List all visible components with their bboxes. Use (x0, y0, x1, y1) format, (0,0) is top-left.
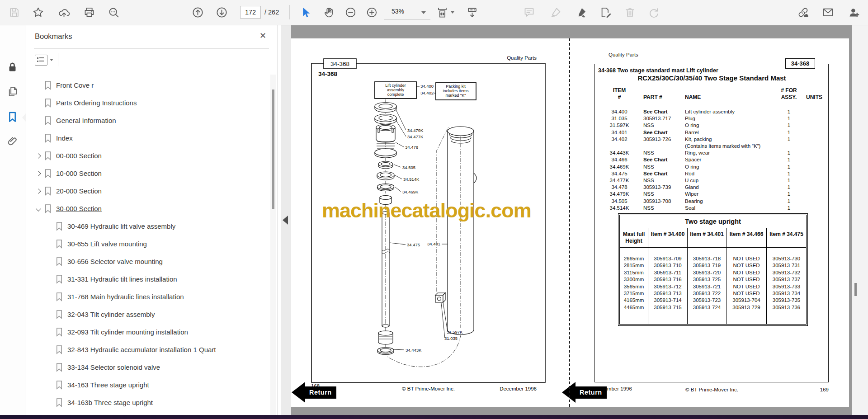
close-icon[interactable]: ✕ (259, 31, 266, 41)
bookmark-item[interactable]: 31-768 Main hydraulic lines installation (25, 288, 269, 306)
note-line: complete (387, 92, 404, 97)
bookmark-item[interactable]: 00-000 Section (25, 147, 269, 165)
search-icon[interactable] (108, 6, 120, 19)
attachments-icon[interactable] (6, 136, 19, 148)
zoom-level-dropdown[interactable]: 53% (384, 5, 430, 20)
fill-sign-pen-icon[interactable] (575, 6, 587, 19)
zoom-out-icon[interactable] (344, 6, 357, 19)
parts-cell: 34.443K (600, 150, 639, 156)
col-header-item: ITEM # (600, 87, 639, 101)
print-icon[interactable] (83, 6, 95, 19)
bookmark-item[interactable]: 32-043 Tilt cylinder assembly (25, 306, 269, 323)
parts-row: 34.400See ChartLift cylinder assembly1 (600, 108, 826, 115)
bookmark-label: 34-163 Three stage upright (67, 381, 149, 389)
parts-cell (775, 143, 802, 150)
bookmark-item[interactable]: 30-469 Hydraulic lift valve assembly (25, 217, 269, 235)
zoom-in-icon[interactable] (366, 6, 378, 19)
upload-cloud-icon[interactable] (58, 6, 70, 19)
parts-cell (802, 143, 826, 150)
share-link-icon[interactable] (797, 6, 809, 19)
bookmark-item[interactable]: 32-093 Tilt cylinder mounting installati… (25, 323, 269, 341)
pages-icon[interactable] (6, 85, 19, 98)
bookmark-item[interactable]: 34-163 Three stage upright (25, 376, 269, 394)
bookmark-options-icon[interactable] (35, 55, 47, 66)
chevron-down-icon[interactable] (50, 59, 53, 61)
save-icon[interactable] (8, 6, 20, 19)
bookmark-icon (55, 239, 63, 249)
bookmark-icon (55, 380, 63, 390)
delete-trash-icon[interactable] (624, 6, 636, 19)
parts-cell: 305913-726 (639, 136, 680, 143)
highlighter-icon[interactable] (550, 6, 562, 19)
options-divider (58, 53, 58, 66)
bookmark-item[interactable]: General Information (25, 112, 269, 129)
bookmark-item[interactable]: 10-000 Section (25, 165, 269, 182)
parts-cell: O ring (680, 122, 775, 129)
chevron-right-icon[interactable] (35, 152, 42, 160)
parts-cell: 34.478 (600, 184, 639, 191)
email-icon[interactable] (822, 6, 834, 19)
chevron-spacer (46, 329, 53, 336)
note-line: marked "K" (446, 93, 466, 98)
chevron-right-icon[interactable] (35, 188, 42, 195)
bookmarks-panel-icon[interactable] (6, 111, 19, 123)
select-tool-icon[interactable] (300, 6, 312, 19)
collapse-panel-icon[interactable] (283, 216, 288, 225)
return-button[interactable]: Return (562, 382, 607, 403)
return-button[interactable]: Return (292, 382, 336, 403)
scroll-mode-icon[interactable] (466, 6, 478, 19)
page-number-input[interactable]: 172 (240, 6, 261, 19)
lift-cylinder-diagram: Quality Parts 34-368 34-368 Lift cylinde… (292, 38, 570, 407)
bookmark-item[interactable]: 34-163b Three stage upright (25, 394, 269, 411)
bookmark-item[interactable]: Index (25, 129, 269, 147)
fit-options-caret-icon[interactable] (451, 11, 454, 14)
upright-cell: 305913-714 (648, 297, 687, 304)
bookmark-item[interactable]: 31-331 Hydraulic tilt lines installation (25, 270, 269, 288)
upright-cell: 2665mm (620, 255, 648, 262)
exploded-parts (375, 103, 396, 355)
document-scrollbar-thumb[interactable] (854, 283, 857, 296)
parts-cell: 34.466 (600, 156, 639, 163)
bookmark-icon (44, 204, 52, 213)
parts-cell: 1 (775, 205, 802, 212)
bookmark-item[interactable]: Parts Ordering Instructions (25, 94, 269, 112)
edit-page-icon[interactable] (599, 6, 612, 19)
parts-cell (802, 170, 826, 177)
chevron-spacer (46, 258, 53, 265)
corner-label: Quality Parts (507, 55, 537, 61)
upright-cell: NOT USED (726, 255, 766, 262)
upright-cell: 305913-735 (767, 297, 806, 304)
chevron-down-icon[interactable] (35, 205, 42, 212)
redo-icon[interactable] (647, 6, 660, 19)
fit-width-icon[interactable] (436, 6, 448, 19)
bookmark-item[interactable]: 32-843 Hydraulic accumulator installatio… (25, 341, 269, 358)
parts-cell (600, 143, 639, 150)
upright-cell: 4465mm (620, 304, 648, 311)
callout: 34.469K (402, 189, 419, 194)
callout: 34.478 (405, 145, 418, 150)
next-page-icon[interactable] (216, 6, 228, 19)
bookmark-item[interactable]: 33-134 Selector solenoid valve (25, 358, 269, 376)
bookmark-item[interactable]: 30-000 Section (25, 200, 269, 217)
parts-cell: Barrel (680, 129, 775, 136)
document-scrollbar[interactable] (852, 25, 868, 415)
chevron-spacer (35, 82, 42, 89)
bookmark-item[interactable]: 30-656 Selector valve mounting (25, 253, 269, 270)
share-people-icon[interactable] (848, 6, 860, 19)
bookmark-icon (44, 98, 52, 108)
bookmark-item[interactable]: 30-655 Lift valve mounting (25, 235, 269, 253)
star-icon[interactable] (32, 6, 44, 19)
previous-page-icon[interactable] (192, 6, 204, 19)
chevron-right-icon[interactable] (35, 170, 42, 177)
hand-tool-icon[interactable] (323, 6, 335, 19)
lock-icon[interactable] (6, 61, 19, 73)
chevron-spacer (35, 117, 42, 124)
bookmark-item[interactable]: 20-000 Section (25, 182, 269, 200)
bookmarks-panel: Bookmarks ✕ Front Cove rParts Ordering I… (25, 25, 277, 415)
comment-icon[interactable] (523, 6, 535, 19)
bookmark-item[interactable]: Front Cove r (25, 76, 269, 94)
toolbar: 172 / 262 53% (0, 0, 868, 25)
chevron-spacer (46, 399, 53, 406)
panel-scrollbar[interactable] (270, 75, 276, 415)
panel-scrollbar-thumb[interactable] (272, 89, 274, 209)
